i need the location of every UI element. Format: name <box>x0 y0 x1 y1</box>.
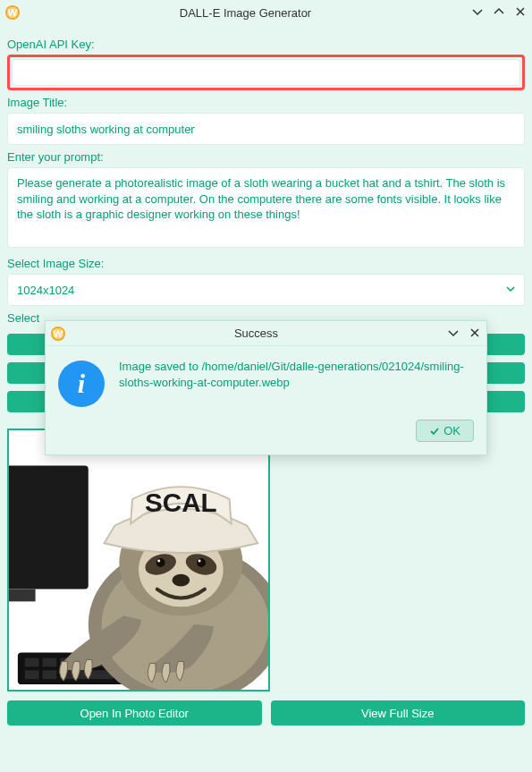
prompt-label: Enter your prompt: <box>7 150 525 164</box>
svg-point-32 <box>172 574 190 587</box>
image-title-input[interactable] <box>7 113 525 145</box>
dialog-title: Success <box>65 327 447 340</box>
ok-button-label: OK <box>443 424 460 437</box>
svg-rect-5 <box>42 657 56 666</box>
minimize-icon[interactable] <box>471 5 484 20</box>
api-key-input[interactable] <box>12 59 520 86</box>
svg-rect-14 <box>25 670 39 679</box>
svg-point-29 <box>197 558 206 567</box>
api-key-highlight <box>7 55 525 90</box>
svg-rect-15 <box>42 670 56 679</box>
image-title-label: Image Title: <box>7 96 525 109</box>
check-icon <box>429 426 440 437</box>
close-icon[interactable] <box>514 5 527 20</box>
dialog-titlebar: W Success <box>46 321 486 346</box>
info-icon: i <box>58 361 105 407</box>
svg-point-30 <box>157 560 160 563</box>
image-size-label: Select Image Size: <box>7 257 525 270</box>
hat-text: SCAL <box>145 488 217 517</box>
prompt-textarea[interactable]: Please generate a photorealistic image o… <box>7 167 525 248</box>
success-dialog: W Success i Image saved to /home/daniel/… <box>45 320 487 455</box>
main-titlebar: W DALL-E Image Generator <box>0 0 532 25</box>
svg-point-31 <box>198 560 201 563</box>
ok-button[interactable]: OK <box>416 420 474 442</box>
api-key-label: OpenAI API Key: <box>7 38 525 51</box>
maximize-icon[interactable] <box>493 5 505 20</box>
svg-rect-2 <box>9 590 36 602</box>
app-icon: W <box>51 327 65 341</box>
svg-point-28 <box>156 558 165 567</box>
svg-rect-4 <box>25 657 39 666</box>
open-editor-button[interactable]: Open In Photo Editor <box>7 700 262 725</box>
dialog-message: Image saved to /home/daniel/Git/dalle-ge… <box>119 359 474 407</box>
generated-image: SCAL <box>7 428 270 691</box>
minimize-icon[interactable] <box>447 327 460 341</box>
image-size-select[interactable]: 1024x1024 <box>7 274 525 306</box>
view-full-size-button[interactable]: View Full Size <box>271 700 526 725</box>
close-icon[interactable] <box>469 327 481 341</box>
app-icon: W <box>5 5 20 20</box>
window-title: DALL-E Image Generator <box>20 6 471 20</box>
svg-rect-1 <box>9 465 89 589</box>
